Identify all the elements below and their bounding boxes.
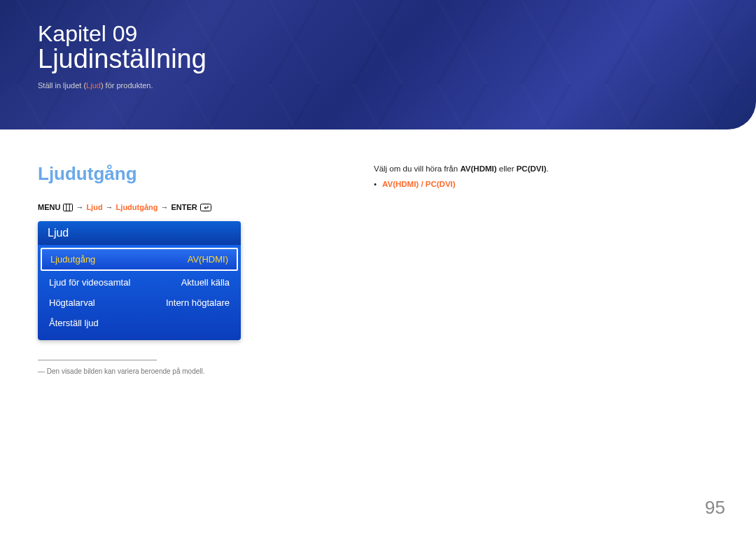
enter-label: ENTER [171,203,197,211]
left-column: Ljudutgång MENU → Ljud → Ljudutgång → EN… [38,163,332,375]
osd-panel: Ljud Ljudutgång AV(HDMI) Ljud för videos… [38,221,241,340]
chapter-banner: Kapitel 09 Ljudinställning Ställ in ljud… [0,0,756,129]
bullet-dot: • [374,180,377,188]
section-heading: Ljudutgång [38,163,332,185]
option-bullet: • AV(HDMI) / PC(DVI) [374,180,718,188]
content-area: Ljudutgång MENU → Ljud → Ljudutgång → EN… [0,129,756,375]
svg-rect-0 [64,204,73,211]
enter-icon [200,204,211,211]
osd-header: Ljud [38,221,241,245]
description-line: Välj om du vill höra från AV(HDMI) eller… [374,164,718,173]
chapter-number: Kapitel 09 [38,21,718,47]
menu-label: MENU [38,203,60,211]
menu-step-ljud: Ljud [86,203,102,211]
menu-path: MENU → Ljud → Ljudutgång → ENTER [38,203,332,211]
osd-row-videosamtal[interactable]: Ljud för videosamtal Aktuell källa [41,272,238,293]
page-number: 95 [705,497,725,519]
menu-grid-icon [63,204,73,211]
right-column: Välj om du vill höra från AV(HDMI) eller… [374,163,718,375]
banner-caption: Ställ in ljudet (Ljud) för produkten. [38,81,718,90]
osd-row-ljudutgang[interactable]: Ljudutgång AV(HDMI) [41,248,238,271]
menu-step-ljudutgang: Ljudutgång [116,203,158,211]
osd-row-aterstall[interactable]: Återställ ljud [41,313,238,333]
option-values: AV(HDMI) / PC(DVI) [382,180,456,188]
osd-body: Ljudutgång AV(HDMI) Ljud för videosamtal… [38,245,241,340]
chapter-title: Ljudinställning [38,44,718,74]
footnote-text: ― Den visade bilden kan variera beroende… [38,367,332,375]
footnote-divider [38,360,157,360]
osd-row-hogtalarval[interactable]: Högtalarval Intern högtalare [41,293,238,313]
